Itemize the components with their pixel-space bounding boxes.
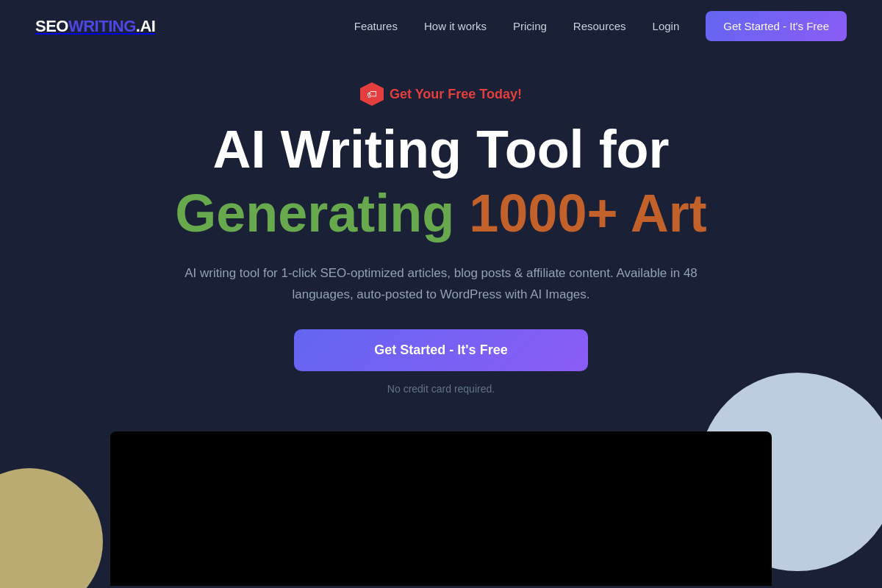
nav-features[interactable]: Features	[354, 20, 398, 32]
badge-text: Get Your Free Today!	[390, 87, 522, 102]
nav-resources[interactable]: Resources	[573, 20, 626, 32]
hero-description: AI writing tool for 1-click SEO-optimize…	[184, 263, 698, 306]
decorative-circle-left	[0, 468, 103, 588]
logo-writing: WRITING	[68, 17, 136, 36]
hero-title-generating: Generating	[175, 184, 454, 243]
logo-dotai: .AI	[136, 17, 156, 36]
nav-cta-button[interactable]: Get Started - It's Free	[706, 11, 847, 41]
logo[interactable]: SEOWRITING.AI	[35, 17, 155, 36]
nav-how-it-works[interactable]: How it works	[424, 20, 487, 32]
no-credit-text: No credit card required.	[387, 383, 495, 395]
hero-title-line2: Generating 1000+ Art	[175, 184, 707, 243]
nav-links: Features How it works Pricing Resources …	[354, 20, 847, 33]
video-section	[0, 431, 882, 588]
tag-icon: 🏷	[360, 82, 384, 106]
navbar: SEOWRITING.AI Features How it works Pric…	[0, 0, 882, 53]
logo-seo: SEO	[35, 17, 68, 36]
hero-cta-button[interactable]: Get Started - It's Free	[294, 329, 588, 371]
nav-login[interactable]: Login	[653, 20, 680, 32]
hero-section: 🏷 Get Your Free Today! AI Writing Tool f…	[0, 53, 882, 424]
nav-pricing[interactable]: Pricing	[513, 20, 547, 32]
hero-title-line1: AI Writing Tool for	[212, 121, 669, 179]
video-container[interactable]	[110, 431, 772, 586]
promo-badge: 🏷 Get Your Free Today!	[360, 82, 522, 106]
hero-title-count: 1000+ Art	[469, 184, 707, 243]
